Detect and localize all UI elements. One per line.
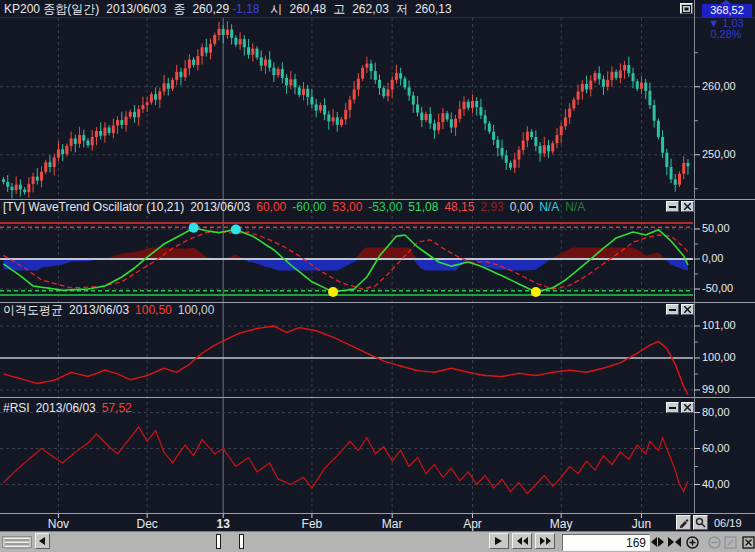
play-button[interactable] [489,533,509,549]
time-axis-label: Feb [302,517,323,531]
range-handle-left[interactable] [216,534,221,549]
rsi-value: 57,52 [102,401,132,415]
axis-tick-label: 0,00 [702,252,723,265]
indicator-value: 51,08 [408,200,438,214]
indicator-value: 48,15 [444,200,474,214]
fit-view-button[interactable] [723,535,737,549]
axis-tick-label: 50,00 [702,222,730,235]
indicator-value: N/A [565,200,585,214]
time-axis-label: Mar [382,517,403,531]
time-axis-label: Apr [463,517,482,531]
collapse-range-button[interactable] [667,535,681,549]
box-x-icon [742,536,755,549]
close-icon [684,203,691,210]
draw-tool-button[interactable] [676,515,691,530]
minimize-icon [669,203,676,210]
chart-canvas[interactable] [0,0,755,552]
step-back-button[interactable] [512,533,532,549]
axis-tick-label: 40,00 [702,478,730,491]
double-left-arrow-icon [517,537,528,545]
axis-tick-label: 80,00 [702,406,730,419]
zoom-tool-button[interactable] [693,515,708,530]
close-icon [684,404,691,411]
wavetrend-title: [TV] WaveTrend Oscillator (10,21) [3,200,184,214]
close-panel-button[interactable] [741,535,755,549]
indicator-value: 60,00 [256,200,286,214]
disparity-value: 100,50 [135,303,172,317]
sell-signal-dot [189,223,199,233]
rsi-date: 2013/06/03 [36,401,96,415]
chart-application-window: KP200 종합(일간) 2013/06/03 종 260,29 -1,18 시… [0,0,755,552]
minimize-icon [669,306,676,313]
wavetrend-date: 2013/06/03 [190,200,250,214]
indicator-value: -60,00 [292,200,326,214]
current-price-badge: 368,52 [702,4,752,17]
bar-count-input[interactable] [562,534,650,551]
indicator-value: -53,00 [368,200,402,214]
indicator-value: N/A [539,200,559,214]
disparity-minimize-button[interactable] [666,304,679,315]
pencil-icon [678,517,689,528]
time-axis-label: 13 [217,517,230,531]
axis-tick-label: 260,00 [702,80,736,93]
expand-horizontal-icon [651,537,664,547]
buy-signal-dot [328,287,338,297]
indicator-value: 0,00 [510,200,533,214]
rsi-minimize-button[interactable] [666,402,679,413]
axis-tick-label: 250,00 [702,148,736,161]
zoom-in-button[interactable] [685,535,699,549]
axis-tick-label: 99,00 [702,383,730,396]
disparity-base-value: 100,00 [178,303,215,317]
left-arrow-icon [39,537,46,545]
axis-tick-label: -50,00 [702,282,733,295]
sell-signal-dot [231,225,241,235]
axis-tick-label: 100,00 [702,351,736,364]
time-axis-label: Dec [136,517,157,531]
wavetrend-close-button[interactable] [681,201,694,212]
wavetrend-minimize-button[interactable] [666,201,679,212]
scrollbar-grip[interactable] [2,536,32,548]
circle-plus-icon [686,536,699,549]
time-axis-label: Jun [632,517,651,531]
magnifier-icon [695,517,706,528]
zoom-out-button[interactable] [707,535,721,549]
wavetrend-header: [TV] WaveTrend Oscillator (10,21) 2013/0… [3,200,597,214]
circle-minus-icon [708,536,721,549]
double-right-arrow-icon [540,537,551,545]
axis-tick-label: 101,00 [702,319,736,332]
rsi-close-button[interactable] [681,402,694,413]
disparity-header: 이격도평균 2013/06/03 100,50 100,00 [3,303,220,317]
close-icon [684,306,691,313]
last-date-label: 06/19 [714,517,742,529]
disparity-close-button[interactable] [681,304,694,315]
indicator-value: 2,93 [480,200,503,214]
disparity-date: 2013/06/03 [69,303,129,317]
play-icon [495,537,503,545]
axis-tick-label: 60,00 [702,442,730,455]
step-forward-button[interactable] [535,533,555,549]
buy-signal-dot [531,287,541,297]
scroll-left-button[interactable] [35,533,50,549]
disparity-title: 이격도평균 [3,302,63,319]
indicator-value: 53,00 [332,200,362,214]
time-axis-label: May [550,517,573,531]
rsi-header: #RSI 2013/06/03 57,52 [3,401,138,415]
time-axis-label: Nov [48,517,69,531]
rsi-title: #RSI [3,401,30,415]
range-handle-right[interactable] [239,534,244,549]
resize-box-icon [724,536,737,549]
wavetrend-values: 60,00-60,0053,00-53,0051,0848,152,930,00… [256,200,591,214]
minimize-icon [669,404,676,411]
expand-range-button[interactable] [650,535,664,549]
collapse-horizontal-icon [668,537,681,547]
current-change-pct: 0,28% [698,28,754,40]
